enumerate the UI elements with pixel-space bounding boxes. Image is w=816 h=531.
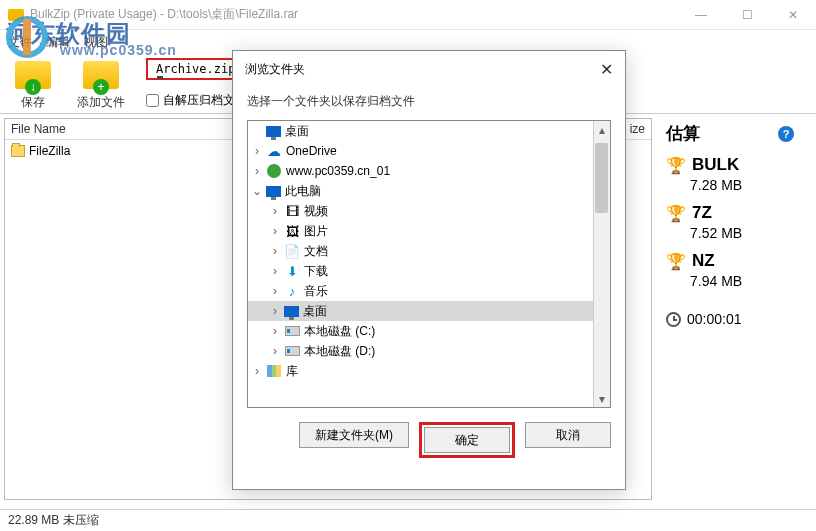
tree-node-videos[interactable]: ›🎞视频 xyxy=(248,201,610,221)
desktop-icon xyxy=(284,306,299,317)
browse-folder-dialog: 浏览文件夹 ✕ 选择一个文件夹以保存归档文件 ▴ ▾ 桌面 ›☁OneDrive… xyxy=(232,50,626,490)
est-bulk-name: BULK xyxy=(692,155,739,175)
folder-icon xyxy=(11,145,25,157)
tree-node-downloads[interactable]: ›⬇下载 xyxy=(248,261,610,281)
onedrive-icon: ☁ xyxy=(266,143,282,159)
archive-path-box[interactable]: Archive.zip xyxy=(146,58,238,80)
est-7z-name: 7Z xyxy=(692,203,712,223)
est-7z-size: 7.52 MB xyxy=(690,225,794,241)
desktop-icon xyxy=(266,126,281,137)
pictures-icon: 🖼 xyxy=(284,223,300,239)
plus-icon: + xyxy=(93,79,109,95)
scroll-down-icon[interactable]: ▾ xyxy=(593,390,610,407)
folder-tree[interactable]: ▴ ▾ 桌面 ›☁OneDrive ›www.pc0359.cn_01 ⌄此电脑… xyxy=(247,120,611,408)
dialog-title: 浏览文件夹 xyxy=(245,61,305,78)
menu-edit[interactable]: 编辑 xyxy=(46,34,70,51)
tree-node-desktop-root[interactable]: 桌面 xyxy=(248,121,610,141)
downloads-icon: ⬇ xyxy=(284,263,300,279)
tree-node-music[interactable]: ›♪音乐 xyxy=(248,281,610,301)
drive-icon xyxy=(284,323,300,339)
statusbar: 22.89 MB 未压缩 xyxy=(0,509,816,531)
clock-icon xyxy=(666,312,681,327)
window-titlebar: BulkZip (Private Usage) - D:\tools\桌面\Fi… xyxy=(0,0,816,30)
status-text: 22.89 MB 未压缩 xyxy=(8,512,99,529)
col-size[interactable]: ize xyxy=(630,122,645,136)
window-title-text: BulkZip (Private Usage) - D:\tools\桌面\Fi… xyxy=(30,6,298,23)
scroll-thumb[interactable] xyxy=(595,143,608,213)
add-file-button[interactable]: + 添加文件 xyxy=(74,56,128,111)
app-icon xyxy=(8,7,24,23)
cancel-button[interactable]: 取消 xyxy=(525,422,611,448)
timer-value: 00:00:01 xyxy=(687,311,742,327)
window-maximize-button[interactable]: ☐ xyxy=(724,0,770,30)
dialog-subtitle: 选择一个文件夹以保存归档文件 xyxy=(233,87,625,120)
trophy-icon: 🏆 xyxy=(666,252,686,271)
tree-node-desktop-selected[interactable]: ›桌面 xyxy=(248,301,610,321)
tree-node-ddrive[interactable]: ›本地磁盘 (D:) xyxy=(248,341,610,361)
menu-view[interactable]: 视图 xyxy=(84,34,108,51)
file-name-label: FileZilla xyxy=(29,144,70,158)
est-nz-size: 7.94 MB xyxy=(690,273,794,289)
drive-icon xyxy=(284,343,300,359)
tree-node-libraries[interactable]: ›库 xyxy=(248,361,610,381)
tree-node-onedrive[interactable]: ›☁OneDrive xyxy=(248,141,610,161)
dialog-close-button[interactable]: ✕ xyxy=(600,60,613,79)
timer-row: 00:00:01 xyxy=(666,311,794,327)
menu-file[interactable]: 文件 xyxy=(8,34,32,51)
ok-button[interactable]: 确定 xyxy=(424,427,510,453)
scrollbar[interactable]: ▴ ▾ xyxy=(593,121,610,407)
video-icon: 🎞 xyxy=(284,203,300,219)
documents-icon: 📄 xyxy=(284,243,300,259)
help-icon[interactable]: ? xyxy=(778,126,794,142)
estimate-pane: 估算 ? 🏆BULK 7.28 MB 🏆7Z 7.52 MB 🏆NZ 7.94 … xyxy=(656,114,804,504)
window-close-button[interactable]: ✕ xyxy=(770,0,816,30)
archive-filename: Archive.zip xyxy=(156,62,235,76)
trophy-icon: 🏆 xyxy=(666,204,686,223)
tree-node-pictures[interactable]: ›🖼图片 xyxy=(248,221,610,241)
music-icon: ♪ xyxy=(284,283,300,299)
est-bulk-size: 7.28 MB xyxy=(690,177,794,193)
tree-node-cdrive[interactable]: ›本地磁盘 (C:) xyxy=(248,321,610,341)
self-extract-checkbox[interactable]: 自解压归档文 xyxy=(146,92,235,109)
new-folder-button[interactable]: 新建文件夹(M) xyxy=(299,422,409,448)
scroll-up-icon[interactable]: ▴ xyxy=(593,121,610,138)
est-nz-name: NZ xyxy=(692,251,715,271)
save-button[interactable]: ↓ 保存 xyxy=(6,56,60,111)
ok-button-highlight: 确定 xyxy=(419,422,515,458)
computer-icon xyxy=(266,186,281,197)
library-icon xyxy=(266,363,282,379)
user-icon xyxy=(266,163,282,179)
tree-node-thispc[interactable]: ⌄此电脑 xyxy=(248,181,610,201)
trophy-icon: 🏆 xyxy=(666,156,686,175)
col-filename[interactable]: File Name xyxy=(11,122,66,136)
svg-rect-2 xyxy=(8,9,24,21)
tree-node-user[interactable]: ›www.pc0359.cn_01 xyxy=(248,161,610,181)
download-icon: ↓ xyxy=(25,79,41,95)
window-minimize-button[interactable]: — xyxy=(678,0,724,30)
self-extract-input[interactable] xyxy=(146,94,159,107)
tree-node-documents[interactable]: ›📄文档 xyxy=(248,241,610,261)
estimate-title: 估算 xyxy=(666,122,700,145)
